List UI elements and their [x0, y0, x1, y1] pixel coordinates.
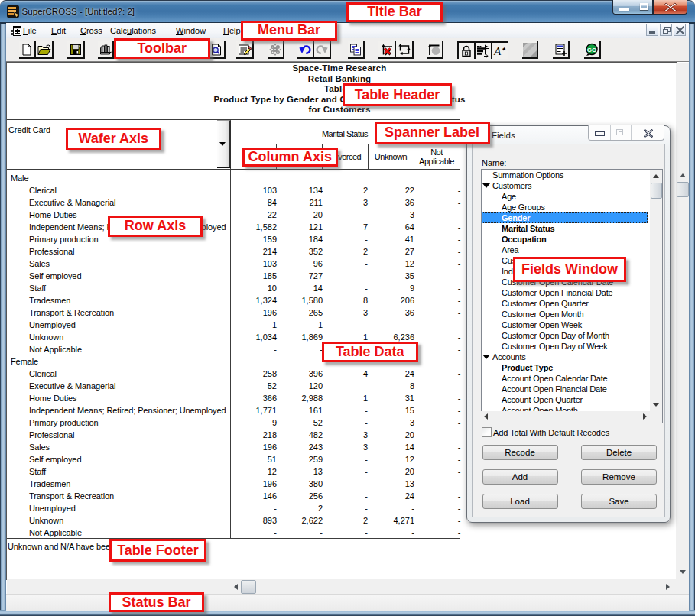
svg-text:GO: GO: [587, 46, 596, 53]
